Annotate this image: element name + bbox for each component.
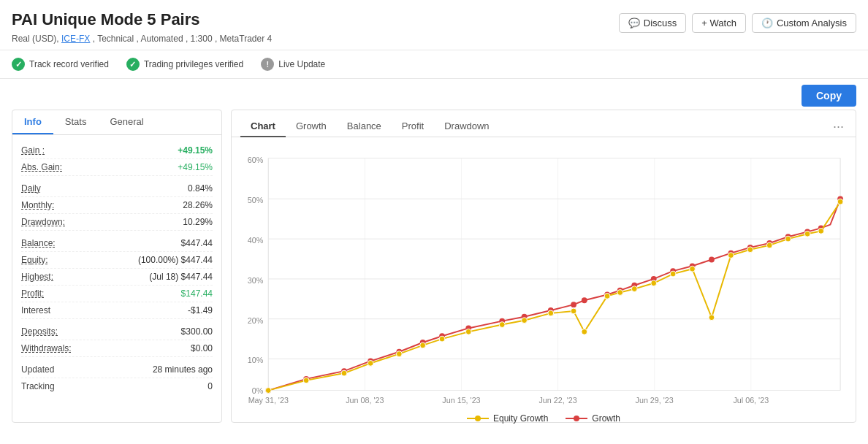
checkmark-icon-trading: ✓ [126,58,140,71]
svg-point-72 [804,231,810,237]
tab-info[interactable]: Info [12,110,53,134]
header: PAI Unique Mode 5 Pairs Real (USD), ICE-… [0,0,868,50]
chart-tab-growth[interactable]: Growth [286,116,337,137]
balance-label: Balance: [21,238,56,248]
growth-legend-label: Growth [592,413,620,424]
svg-point-53 [420,342,426,348]
info-row-abs-gain: Abs. Gain: +49.15% [21,159,213,176]
svg-text:Jun 29, '23: Jun 29, '23 [636,396,674,405]
info-row-balance: Balance: $447.44 [21,235,213,252]
gain-label: Gain : [21,145,45,156]
equity-value: (100.00%) $447.44 [138,255,213,265]
discuss-icon: 💬 [628,18,640,28]
svg-point-48 [265,388,271,394]
abs-gain-value: +49.15% [178,162,213,172]
deposits-label: Deposits: [21,326,58,337]
svg-point-58 [548,310,554,316]
svg-point-69 [747,247,753,253]
equity-growth-legend-icon [467,414,489,423]
copy-button[interactable]: Copy [802,85,856,107]
equity-growth-legend-label: Equity Growth [493,413,548,424]
svg-text:Jun 22, '23: Jun 22, '23 [538,396,576,405]
svg-point-51 [368,360,373,366]
svg-point-50 [341,370,347,376]
legend-growth: Growth [566,413,620,424]
badge-live-label: Live Update [278,59,325,69]
chart-svg-container: 60% 50% 40% 30% 20% 10% 0% [243,145,844,407]
daily-value: 0.84% [188,183,213,194]
info-content: Gain : +49.15% Abs. Gain: +49.15% Daily … [12,135,221,402]
svg-text:50%: 50% [248,196,264,204]
svg-point-59 [571,308,576,314]
left-tabs: Info Stats General [12,110,221,135]
svg-point-62 [617,290,623,296]
page-title: PAI Unique Mode 5 Pairs [12,10,272,29]
svg-text:0%: 0% [252,386,264,395]
header-buttons: 💬 Discuss + Watch 🕐 Custom Analysis [619,13,856,33]
header-left: PAI Unique Mode 5 Pairs Real (USD), ICE-… [12,10,272,44]
abs-gain-label: Abs. Gain: [21,162,62,172]
info-row-withdrawals: Withdrawals: $0.00 [21,340,213,357]
legend-equity-growth: Equity Growth [467,413,548,424]
balance-value: $447.44 [181,238,213,248]
svg-point-33 [582,297,587,303]
chart-tab-drawdown[interactable]: Drawdown [434,116,499,137]
chart-tab-chart[interactable]: Chart [240,116,286,137]
svg-text:Jul 06, '23: Jul 06, '23 [733,396,769,405]
main-content: Info Stats General Gain : +49.15% Abs. G… [0,110,868,435]
info-row-tracking: Tracking 0 [21,378,213,394]
watch-button[interactable]: + Watch [692,13,746,33]
more-options-icon[interactable]: ··· [830,120,847,133]
tab-stats[interactable]: Stats [53,110,99,134]
svg-point-82 [475,416,481,421]
chart-svg: 60% 50% 40% 30% 20% 10% 0% [243,145,844,407]
updated-value: 28 minutes ago [153,364,213,375]
info-row-profit: Profit: $147.44 [21,286,213,302]
badges-row: ✓ Track record verified ✓ Trading privil… [0,50,868,79]
svg-text:20%: 20% [248,316,264,325]
equity-label: Equity: [21,255,48,265]
svg-point-65 [670,271,676,277]
discuss-button[interactable]: 💬 Discuss [619,13,687,33]
info-row-interest: Interest -$1.49 [21,302,213,319]
svg-point-61 [604,293,610,299]
svg-point-49 [303,378,309,383]
info-row-monthly: Monthly: 28.26% [21,197,213,214]
custom-analysis-button[interactable]: 🕐 Custom Analysis [752,13,856,33]
tracking-value: 0 [208,381,213,391]
badge-track-record: ✓ Track record verified [12,58,109,71]
info-row-deposits: Deposits: $300.00 [21,324,213,340]
badge-live-update: ! Live Update [261,58,325,71]
svg-point-64 [651,280,657,286]
svg-point-67 [709,315,715,321]
copy-btn-row: Copy [0,79,868,110]
chart-legend: Equity Growth Growth [243,407,844,426]
tab-general[interactable]: General [98,110,155,134]
svg-point-55 [465,329,471,334]
left-panel: Info Stats General Gain : +49.15% Abs. G… [12,110,222,423]
growth-legend-icon [566,414,587,423]
svg-point-74 [837,199,843,204]
icefx-link[interactable]: ICE-FX [61,34,90,44]
chart-tab-profit[interactable]: Profit [392,116,434,137]
page-wrapper: PAI Unique Mode 5 Pairs Real (USD), ICE-… [0,0,868,444]
svg-text:30%: 30% [248,276,264,285]
drawdown-value: 10.29% [183,217,213,227]
deposits-value: $300.00 [181,326,213,337]
svg-point-32 [571,302,576,307]
monthly-value: 28.26% [183,200,213,210]
svg-point-66 [690,266,696,272]
gain-value: +49.15% [178,145,213,156]
info-row-drawdown: Drawdown: 10.29% [21,214,213,231]
svg-point-54 [439,336,445,342]
info-row-updated: Updated 28 minutes ago [21,361,213,378]
info-row-equity: Equity: (100.00%) $447.44 [21,252,213,269]
monthly-label: Monthly: [21,200,54,210]
svg-point-40 [709,257,715,263]
chart-tab-balance[interactable]: Balance [337,116,392,137]
chart-area: 60% 50% 40% 30% 20% 10% 0% [232,137,856,422]
badge-trading-privileges: ✓ Trading privileges verified [126,58,243,71]
badge-trading-label: Trading privileges verified [144,59,243,69]
profit-value: $147.44 [181,288,213,299]
profit-label: Profit: [21,288,44,299]
